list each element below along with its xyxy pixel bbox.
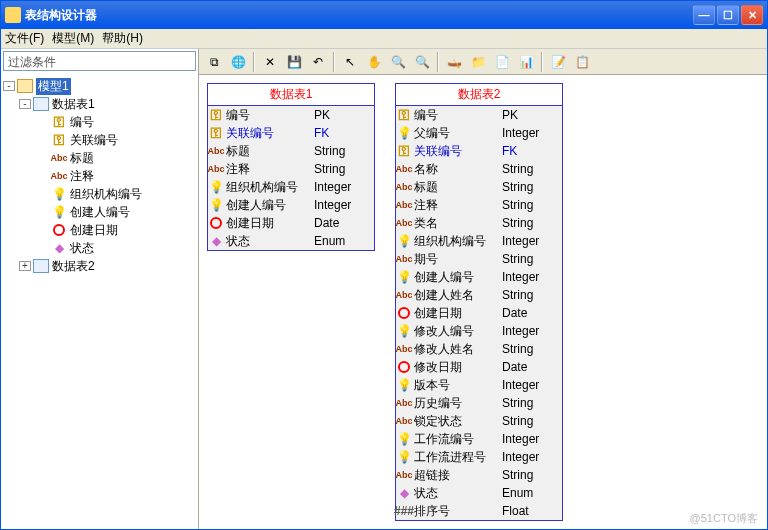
delete-button[interactable]: ✕ (259, 51, 281, 73)
field-icon: Abc (396, 412, 412, 430)
field-type: Integer (502, 232, 562, 250)
tree-table1[interactable]: 数据表1 (52, 96, 95, 113)
tree-table2[interactable]: 数据表2 (52, 258, 95, 275)
field-name[interactable]: 关联编号 (224, 124, 314, 142)
copy-button[interactable]: ⧉ (203, 51, 225, 73)
field-icon (51, 223, 67, 237)
field-name[interactable]: 关联编号 (412, 142, 502, 160)
tree-field[interactable]: Abc注释 (3, 167, 196, 185)
tool-b-button[interactable]: 📁 (467, 51, 489, 73)
field-name[interactable]: 状态 (412, 484, 502, 502)
tree-field[interactable]: 💡创建人编号 (3, 203, 196, 221)
field-name[interactable]: 工作流编号 (412, 430, 502, 448)
field-icon: 💡 (396, 430, 412, 448)
field-type: Enum (502, 484, 562, 502)
field-type: FK (502, 142, 562, 160)
field-name[interactable]: 编号 (412, 106, 502, 124)
field-name[interactable]: 组织机构编号 (412, 232, 502, 250)
field-name[interactable]: 名称 (412, 160, 502, 178)
field-type: FK (314, 124, 374, 142)
zoom-in-button[interactable]: 🔍 (387, 51, 409, 73)
expand-toggle[interactable]: - (19, 99, 31, 109)
field-icon: ⚿ (51, 115, 67, 129)
field-name[interactable]: 修改人编号 (412, 322, 502, 340)
close-button[interactable]: ✕ (741, 5, 763, 25)
field-name[interactable]: 修改人姓名 (412, 340, 502, 358)
undo-button[interactable]: ↶ (307, 51, 329, 73)
zoom-out-button[interactable]: 🔍 (411, 51, 433, 73)
menubar: 文件(F) 模型(M) 帮助(H) (1, 29, 767, 49)
field-icon: ### (396, 502, 412, 520)
field-name[interactable]: 锁定状态 (412, 412, 502, 430)
field-name[interactable]: 创建人姓名 (412, 286, 502, 304)
field-name[interactable]: 编号 (224, 106, 314, 124)
field-name[interactable]: 创建人编号 (412, 268, 502, 286)
field-name[interactable]: 排序号 (412, 502, 502, 520)
field-icon: Abc (396, 394, 412, 412)
tree-view[interactable]: -模型1 -数据表1 ⚿编号⚿关联编号Abc标题Abc注释💡组织机构编号💡创建人… (1, 73, 198, 529)
field-name[interactable]: 类名 (412, 214, 502, 232)
globe-button[interactable]: 🌐 (227, 51, 249, 73)
tool-f-button[interactable]: 📋 (571, 51, 593, 73)
field-icon (396, 358, 412, 376)
tree-field[interactable]: Abc标题 (3, 149, 196, 167)
window-title: 表结构设计器 (25, 7, 693, 24)
field-icon: Abc (51, 169, 67, 183)
tool-c-button[interactable]: 📄 (491, 51, 513, 73)
field-name[interactable]: 注释 (412, 196, 502, 214)
save-button[interactable]: 💾 (283, 51, 305, 73)
field-type: String (502, 250, 562, 268)
menu-help[interactable]: 帮助(H) (102, 30, 143, 47)
tree-field[interactable]: 创建日期 (3, 221, 196, 239)
field-name[interactable]: 标题 (412, 178, 502, 196)
datatable-1[interactable]: 数据表1 ⚿编号PK⚿关联编号FKAbc标题StringAbc注释String💡… (207, 83, 375, 251)
field-icon: Abc (51, 151, 67, 165)
field-name[interactable]: 期号 (412, 250, 502, 268)
field-name[interactable]: 创建日期 (224, 214, 314, 232)
tree-field[interactable]: ⚿关联编号 (3, 131, 196, 149)
left-panel: 过滤条件 -模型1 -数据表1 ⚿编号⚿关联编号Abc标题Abc注释💡组织机构编… (1, 49, 199, 529)
tree-field[interactable]: 💡组织机构编号 (3, 185, 196, 203)
field-icon: ⚿ (208, 124, 224, 142)
field-name[interactable]: 父编号 (412, 124, 502, 142)
filter-input[interactable]: 过滤条件 (3, 51, 196, 71)
field-type: String (314, 142, 374, 160)
field-name[interactable]: 标题 (224, 142, 314, 160)
table-icon (33, 97, 49, 111)
field-name[interactable]: 修改日期 (412, 358, 502, 376)
table1-header: 数据表1 (208, 84, 374, 106)
datatable-2[interactable]: 数据表2 ⚿编号PK💡父编号Integer⚿关联编号FKAbc名称StringA… (395, 83, 563, 521)
field-icon: ⚿ (51, 133, 67, 147)
tool-a-button[interactable]: 🛶 (443, 51, 465, 73)
field-type: Integer (502, 376, 562, 394)
tree-field[interactable]: ⚿编号 (3, 113, 196, 131)
menu-file[interactable]: 文件(F) (5, 30, 44, 47)
design-canvas[interactable]: 数据表1 ⚿编号PK⚿关联编号FKAbc标题StringAbc注释String💡… (199, 75, 767, 529)
tool-d-button[interactable]: 📊 (515, 51, 537, 73)
field-icon: Abc (396, 250, 412, 268)
field-name[interactable]: 工作流进程号 (412, 448, 502, 466)
field-type: Integer (502, 124, 562, 142)
tree-field[interactable]: ◆状态 (3, 239, 196, 257)
tool-e-button[interactable]: 📝 (547, 51, 569, 73)
field-name[interactable]: 组织机构编号 (224, 178, 314, 196)
field-name[interactable]: 版本号 (412, 376, 502, 394)
expand-toggle[interactable]: + (19, 261, 31, 271)
minimize-button[interactable]: — (693, 5, 715, 25)
field-type: String (502, 394, 562, 412)
toolbar: ⧉ 🌐 ✕ 💾 ↶ ↖ ✋ 🔍 🔍 🛶 📁 📄 📊 📝 📋 (199, 49, 767, 75)
field-type: Integer (314, 196, 374, 214)
field-name[interactable]: 创建日期 (412, 304, 502, 322)
maximize-button[interactable]: ☐ (717, 5, 739, 25)
tree-root[interactable]: 模型1 (36, 78, 71, 95)
pan-button[interactable]: ✋ (363, 51, 385, 73)
watermark: @51CTO博客 (690, 511, 758, 526)
menu-model[interactable]: 模型(M) (52, 30, 94, 47)
field-name[interactable]: 创建人编号 (224, 196, 314, 214)
field-name[interactable]: 注释 (224, 160, 314, 178)
pointer-button[interactable]: ↖ (339, 51, 361, 73)
expand-toggle[interactable]: - (3, 81, 15, 91)
field-name[interactable]: 历史编号 (412, 394, 502, 412)
field-name[interactable]: 状态 (224, 232, 314, 250)
field-name[interactable]: 超链接 (412, 466, 502, 484)
